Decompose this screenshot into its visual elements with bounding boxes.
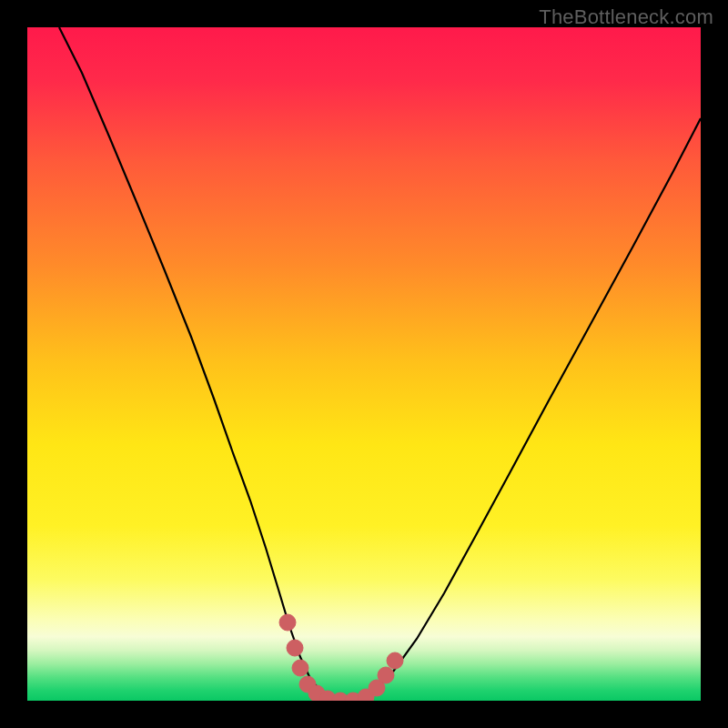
valley-marker [292,660,308,676]
plot-area [27,27,701,701]
outer-frame: TheBottleneck.com [0,0,728,728]
curve-layer [27,27,701,701]
valley-marker [378,667,394,683]
valley-marker [287,640,303,656]
watermark-text: TheBottleneck.com [539,5,713,29]
valley-marker [387,652,403,669]
bottleneck-curve [59,27,701,699]
valley-markers [279,614,403,701]
valley-marker [279,614,296,631]
